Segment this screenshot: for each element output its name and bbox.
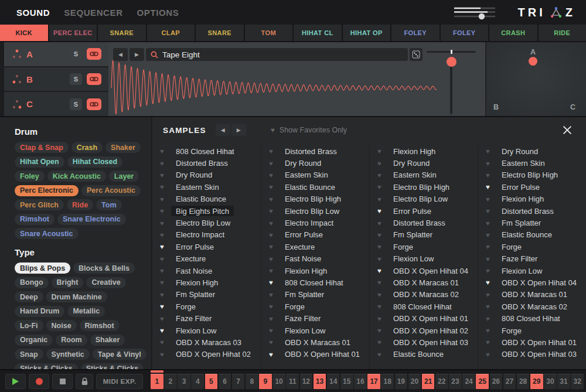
sample-item[interactable]: ♥Fm Splatter xyxy=(484,217,586,229)
favorite-heart-icon[interactable]: ♥ xyxy=(158,291,166,298)
sample-item[interactable]: ♥Electro Blip Low xyxy=(376,193,478,205)
sample-item[interactable]: ♥Error Pulse xyxy=(376,205,478,217)
favorite-heart-icon[interactable]: ♥ xyxy=(158,315,166,322)
samples-page-next-button[interactable]: ▶ xyxy=(231,124,246,136)
filter-tag-snap[interactable]: Snap xyxy=(15,349,43,360)
sample-item[interactable]: ♥Electro Impact xyxy=(267,217,369,229)
step-13[interactable]: 13 xyxy=(314,374,326,389)
filter-tag-shaker[interactable]: Shaker xyxy=(105,142,141,153)
step-7[interactable]: 7 xyxy=(232,374,245,389)
step-4[interactable]: 4 xyxy=(191,374,204,389)
random-sample-button[interactable] xyxy=(410,48,423,61)
favorite-heart-icon[interactable]: ♥ xyxy=(484,303,492,310)
sample-item[interactable]: ♥Distorted Brass xyxy=(376,217,478,229)
xy-pad-handle[interactable] xyxy=(529,57,537,66)
mixer-icon[interactable] xyxy=(454,5,496,20)
track-tab-crash[interactable]: CRASH xyxy=(489,25,537,41)
samples-page-prev-button[interactable]: ◀ xyxy=(216,124,230,136)
sample-item[interactable]: ♥Forge xyxy=(484,241,586,253)
favorite-heart-icon[interactable]: ♥ xyxy=(376,220,383,227)
step-31[interactable]: 31 xyxy=(557,374,570,389)
step-21[interactable]: 21 xyxy=(422,374,435,389)
sample-item[interactable]: ♥OBD X Maracas 01 xyxy=(267,336,369,348)
favorite-heart-icon[interactable]: ♥ xyxy=(484,148,492,155)
favorite-heart-icon[interactable]: ♥ xyxy=(267,303,275,310)
filter-tag-noise[interactable]: Noise xyxy=(46,320,77,331)
sample-item[interactable]: ♥OBD X Open Hihat 01 xyxy=(376,312,478,324)
favorite-heart-icon[interactable]: ♥ xyxy=(484,279,492,286)
filter-tag-shaker[interactable]: Shaker xyxy=(90,335,125,346)
favorite-heart-icon[interactable]: ♥ xyxy=(267,339,275,346)
favorite-heart-icon[interactable]: ♥ xyxy=(158,196,166,203)
step-14[interactable]: 14 xyxy=(327,374,340,389)
step-9[interactable]: 9 xyxy=(259,374,272,389)
favorite-heart-icon[interactable]: ♥ xyxy=(376,339,383,346)
favorite-heart-icon[interactable]: ♥ xyxy=(267,255,275,263)
favorite-heart-icon[interactable]: ♥ xyxy=(267,183,275,190)
step-26[interactable]: 26 xyxy=(490,374,503,389)
sample-item[interactable]: ♥Eastern Skin xyxy=(484,157,586,169)
favorite-heart-icon[interactable]: ♥ xyxy=(376,196,383,203)
sample-item[interactable]: ♥Electro Impact xyxy=(158,229,261,241)
sample-item[interactable]: ♥OBD X Open Hihat 03 xyxy=(376,336,478,348)
sample-item[interactable]: ♥Faze Filter xyxy=(158,312,261,324)
favorite-heart-icon[interactable]: ♥ xyxy=(484,243,492,250)
favorite-heart-icon[interactable]: ♥ xyxy=(267,207,275,214)
step-16[interactable]: 16 xyxy=(354,374,367,389)
sample-item[interactable]: ♥Electro Blip High xyxy=(267,193,369,205)
sample-item[interactable]: ♥OBD X Maracas 03 xyxy=(158,336,261,348)
sample-item[interactable]: ♥Error Pulse xyxy=(484,181,586,193)
step-29[interactable]: 29 xyxy=(530,374,543,389)
sample-item[interactable]: ♥Electro Blip High xyxy=(484,169,586,181)
filter-tag-perc-electronic[interactable]: Perc Electronic xyxy=(15,185,79,196)
favorite-heart-icon[interactable]: ♥ xyxy=(158,148,166,155)
sample-item[interactable]: ♥Flexion High xyxy=(376,145,478,157)
track-tab-perc-elec[interactable]: PERC ELEC xyxy=(49,25,97,41)
filter-tag-hand-drum[interactable]: Hand Drum xyxy=(15,306,64,317)
filter-tag-kick-acoustic[interactable]: Kick Acoustic xyxy=(47,171,106,182)
favorite-heart-icon[interactable]: ♥ xyxy=(158,267,166,274)
track-tab-snare[interactable]: SNARE xyxy=(196,25,244,41)
sample-item[interactable]: ♥Error Pulse xyxy=(267,229,369,241)
sample-item[interactable]: ♥Dry Round xyxy=(158,169,261,181)
filter-tag-room[interactable]: Room xyxy=(56,335,87,346)
track-tab-hihat-op[interactable]: HIHAT OP xyxy=(343,25,391,41)
link-button[interactable] xyxy=(87,48,101,60)
filter-tag-perc-acoustic[interactable]: Perc Acoustic xyxy=(81,185,141,196)
step-1[interactable]: 1 xyxy=(151,374,163,389)
favorite-heart-icon[interactable]: ♥ xyxy=(484,160,492,167)
volume-slider[interactable] xyxy=(450,59,452,114)
step-15[interactable]: 15 xyxy=(340,374,353,389)
filter-tag-rimshot[interactable]: Rimshot xyxy=(80,320,120,331)
step-10[interactable]: 10 xyxy=(272,374,285,389)
sample-item[interactable]: ♥Distorted Brass xyxy=(484,205,586,217)
sample-item[interactable]: ♥Execture xyxy=(158,253,261,265)
filter-tag-snare-electronic[interactable]: Snare Electronic xyxy=(57,214,126,225)
favorite-heart-icon[interactable]: ♥ xyxy=(267,196,275,203)
sample-item[interactable]: ♥Execture xyxy=(267,241,369,253)
favorite-heart-icon[interactable]: ♥ xyxy=(267,279,275,286)
favorite-heart-icon[interactable]: ♥ xyxy=(158,327,166,334)
pan-slider[interactable] xyxy=(427,51,476,53)
favorite-heart-icon[interactable]: ♥ xyxy=(376,255,383,263)
favorite-heart-icon[interactable]: ♥ xyxy=(376,303,383,310)
link-button[interactable] xyxy=(87,98,101,110)
step-6[interactable]: 6 xyxy=(219,374,231,389)
favorite-heart-icon[interactable]: ♥ xyxy=(484,315,492,322)
favorite-heart-icon[interactable]: ♥ xyxy=(267,172,275,179)
sample-item[interactable]: ♥808 Closed Hihat xyxy=(376,301,478,312)
step-28[interactable]: 28 xyxy=(517,374,530,389)
favorite-heart-icon[interactable]: ♥ xyxy=(376,172,383,179)
sample-item[interactable]: ♥Faze Filter xyxy=(267,312,369,324)
favorite-heart-icon[interactable]: ♥ xyxy=(158,220,166,227)
pan-slider-thumb[interactable] xyxy=(451,50,452,54)
favorite-heart-icon[interactable]: ♥ xyxy=(158,231,166,238)
favorite-heart-icon[interactable]: ♥ xyxy=(376,207,383,214)
step-23[interactable]: 23 xyxy=(449,374,462,389)
favorite-heart-icon[interactable]: ♥ xyxy=(267,243,275,250)
filter-tag-deep[interactable]: Deep xyxy=(15,291,43,302)
sample-next-button[interactable]: ▶ xyxy=(130,48,144,61)
favorite-heart-icon[interactable]: ♥ xyxy=(484,172,492,179)
step-22[interactable]: 22 xyxy=(435,374,448,389)
step-17[interactable]: 17 xyxy=(367,374,380,389)
